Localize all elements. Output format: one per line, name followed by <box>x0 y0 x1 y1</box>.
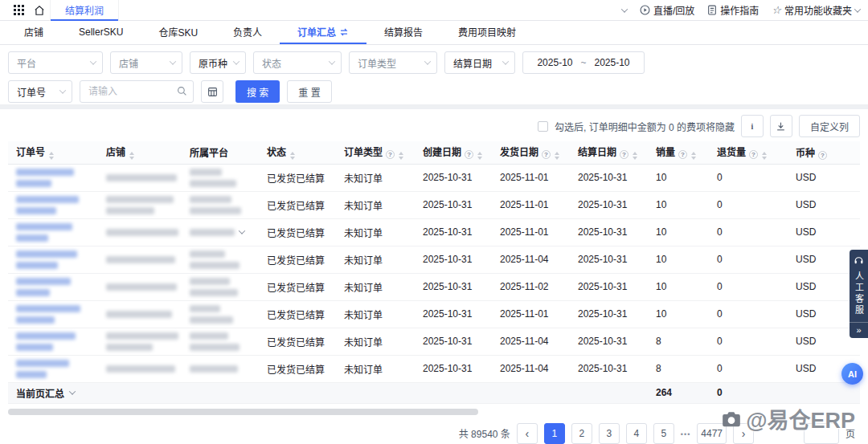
order-no-cell[interactable] <box>8 328 98 355</box>
chevron-down-icon[interactable] <box>239 227 245 234</box>
filter-row-2: 订单号 搜 索 重 置 <box>8 80 860 103</box>
settle-date-type-select[interactable]: 结算日期 <box>444 51 515 74</box>
open-tab-settlement-profit[interactable]: 结算利润 <box>50 0 119 21</box>
page-button-4[interactable]: 4 <box>626 423 647 444</box>
col-shop[interactable]: 店铺 <box>98 141 182 164</box>
currency-cell: USD <box>788 218 860 246</box>
jump-page-suffix: 页 <box>845 426 855 440</box>
jump-page-input[interactable] <box>804 423 839 444</box>
page-button-5[interactable]: 5 <box>653 423 674 444</box>
help-icon <box>542 150 551 159</box>
swap-arrows-icon <box>339 27 349 37</box>
order-no-cell[interactable] <box>8 355 98 382</box>
order-type-cell: 未知订单 <box>336 191 415 218</box>
ai-assistant-button[interactable]: AI <box>841 363 863 385</box>
create-date-cell: 2025-10-31 <box>415 246 492 273</box>
collapse-arrows-icon[interactable] <box>850 322 868 336</box>
order-no-cell[interactable] <box>8 218 98 246</box>
tab-shop[interactable]: 店铺 <box>6 21 61 44</box>
chevron-down-icon <box>329 58 335 64</box>
returns-cell: 0 <box>709 218 788 246</box>
headset-icon <box>854 255 864 266</box>
status-select[interactable]: 状态 <box>253 51 342 74</box>
status-cell: 已发货已结算 <box>259 164 336 191</box>
download-icon <box>776 121 786 132</box>
col-status[interactable]: 状态 <box>259 141 336 164</box>
platform-cell <box>182 300 259 328</box>
col-sales[interactable]: 销量 <box>648 141 709 164</box>
ship-date-cell: 2025-11-04 <box>492 355 570 382</box>
ship-date-cell: 2025-11-04 <box>492 246 570 273</box>
order-no-field-select[interactable]: 订单号 <box>8 80 72 103</box>
prev-page-button[interactable] <box>517 423 538 444</box>
col-settle-date[interactable]: 结算日期 <box>570 141 648 164</box>
status-cell: 已发货已结算 <box>259 218 336 246</box>
summary-row: 当前页汇总 264 0 <box>8 382 860 403</box>
page-button-3[interactable]: 3 <box>599 423 620 444</box>
page-button-2[interactable]: 2 <box>571 423 592 444</box>
tab-settlement-report[interactable]: 结算报告 <box>366 21 440 44</box>
hide-zero-checkbox[interactable] <box>538 121 548 132</box>
summary-sales: 264 <box>648 382 709 403</box>
date-to: 2025-10 <box>595 57 630 68</box>
platform-cell <box>182 191 259 218</box>
reset-button[interactable]: 重 置 <box>287 80 331 103</box>
order-no-cell[interactable] <box>8 246 98 273</box>
search-button[interactable]: 搜 索 <box>235 80 280 103</box>
table-row: 已发货已结算 未知订单 2025-10-31 2025-11-04 2025-1… <box>8 355 860 382</box>
order-type-cell: 未知订单 <box>336 273 415 300</box>
col-ship-date[interactable]: 发货日期 <box>492 141 570 164</box>
batch-input-button[interactable] <box>201 80 223 103</box>
tab-order-summary[interactable]: 订单汇总 <box>280 21 366 44</box>
origin-currency-select[interactable]: 原币种 <box>190 51 246 74</box>
live-replay-button[interactable]: 直播/回放 <box>640 3 694 17</box>
customer-service-widget[interactable]: 人工客服 <box>850 250 868 338</box>
customize-columns-button[interactable]: 自定义列 <box>799 115 860 137</box>
ship-date-cell: 2025-11-01 <box>492 218 570 246</box>
table-grid-icon <box>207 87 218 97</box>
page-button-last[interactable]: 4477 <box>697 423 727 444</box>
search-icon[interactable] <box>177 86 187 99</box>
settle-date-cell: 2025-10-31 <box>570 355 648 382</box>
date-separator: ~ <box>580 57 586 68</box>
col-order-no[interactable]: 订单号 <box>8 141 98 164</box>
col-create-date[interactable]: 创建日期 <box>415 141 492 164</box>
returns-cell: 0 <box>709 164 788 191</box>
page-button-1[interactable]: 1 <box>544 423 565 444</box>
shop-cell <box>98 328 182 355</box>
sort-icon <box>691 152 696 160</box>
more-pages-icon[interactable] <box>681 428 690 439</box>
app-grid-icon[interactable] <box>8 0 29 21</box>
tab-fee-mapping[interactable]: 费用项目映射 <box>440 21 534 44</box>
order-no-cell[interactable] <box>8 191 98 218</box>
order-no-cell[interactable] <box>8 273 98 300</box>
status-cell: 已发货已结算 <box>259 328 336 355</box>
guide-button[interactable]: 操作指南 <box>707 3 759 17</box>
tab-warehouse-sku[interactable]: 仓库SKU <box>141 21 215 44</box>
sort-icon <box>555 152 559 160</box>
scrollbar-thumb[interactable] <box>8 409 478 415</box>
info-button[interactable] <box>741 115 764 137</box>
export-button[interactable] <box>770 115 792 137</box>
table-toolbar: 勾选后, 订单明细中金额为 0 的费项将隐藏 自定义列 <box>0 109 868 141</box>
collapse-chevron-icon[interactable] <box>621 6 628 12</box>
date-range-picker[interactable]: 2025-10 ~ 2025-10 <box>522 51 645 74</box>
col-currency[interactable]: 币种 <box>788 141 860 164</box>
help-icon <box>620 150 628 159</box>
platform-select[interactable]: 平台 <box>8 51 103 74</box>
summary-toggle[interactable]: 当前页汇总 <box>16 386 75 400</box>
favorites-menu[interactable]: 常用功能收藏夹 <box>772 3 860 17</box>
tab-owner[interactable]: 负责人 <box>215 21 280 44</box>
next-page-button[interactable] <box>733 423 754 444</box>
home-icon[interactable] <box>29 0 50 21</box>
platform-cell <box>182 355 259 382</box>
order-type-select[interactable]: 订单类型 <box>349 51 437 74</box>
settle-date-cell: 2025-10-31 <box>570 246 648 273</box>
col-platform[interactable]: 所属平台 <box>182 141 259 164</box>
shop-select[interactable]: 店铺 <box>110 51 182 74</box>
col-returns[interactable]: 退货量 <box>709 141 788 164</box>
order-no-cell[interactable] <box>8 164 98 191</box>
order-no-cell[interactable] <box>8 300 98 328</box>
col-order-type[interactable]: 订单类型 <box>336 141 415 164</box>
tab-sellersku[interactable]: SellerSKU <box>61 21 141 44</box>
